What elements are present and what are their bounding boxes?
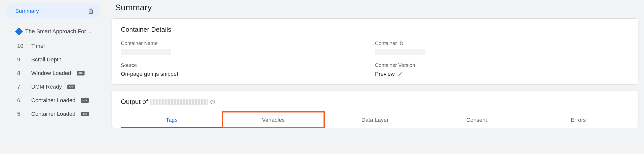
clear-icon[interactable] [88, 8, 94, 14]
event-label: Scroll Depth [31, 56, 62, 63]
container-id-label: Container ID [375, 41, 629, 46]
event-number: 9 [17, 56, 26, 63]
event-row[interactable]: 10Timer [0, 39, 106, 53]
container-details-heading: Container Details [121, 26, 629, 33]
event-row[interactable]: 8Window Loaded</> [0, 66, 106, 80]
output-container-id-redacted [150, 99, 208, 105]
tab-consent[interactable]: Consent [426, 112, 527, 128]
source-value: On-page gtm.js snippet [121, 71, 375, 77]
help-icon[interactable] [210, 99, 216, 105]
event-label: Window Loaded [31, 70, 71, 76]
code-badge-icon: </> [81, 98, 89, 103]
code-badge-icon: </> [81, 112, 89, 116]
pencil-icon[interactable] [398, 71, 403, 76]
summary-nav-label: Summary [15, 8, 39, 14]
svg-point-5 [212, 103, 213, 103]
container-id-field: Container ID [375, 41, 629, 55]
tab-errors[interactable]: Errors [527, 112, 629, 128]
event-label: DOM Ready [31, 84, 62, 90]
event-row[interactable]: 7DOM Ready</> [0, 80, 106, 94]
tab-data-layer[interactable]: Data Layer [324, 112, 426, 128]
source-field: Source On-page gtm.js snippet [121, 62, 375, 77]
event-label: Timer [31, 43, 45, 49]
output-tab-bar: TagsVariablesData LayerConsentErrors [121, 112, 629, 128]
sidebar: Summary The Smart Approach For… 10Timer9… [0, 0, 106, 154]
event-label: Container Loaded [31, 111, 75, 117]
event-label: Container Loaded [31, 97, 75, 104]
output-card: Output of TagsVariablesData LayerConsent… [112, 91, 638, 128]
event-row[interactable]: 9Scroll Depth [0, 53, 106, 66]
code-badge-icon: </> [77, 71, 85, 75]
tab-tags[interactable]: Tags [121, 112, 223, 128]
container-version-field: Container Version Preview [375, 62, 629, 77]
event-list: 10Timer9Scroll Depth8Window Loaded</>7DO… [0, 38, 106, 121]
output-heading: Output of [121, 98, 629, 106]
container-name-label: Container Name [121, 41, 375, 46]
main-content: Summary Container Details Container Name… [106, 0, 644, 154]
container-name-value-redacted [121, 49, 171, 55]
event-number: 7 [17, 84, 26, 90]
event-row[interactable]: 5Container Loaded</> [0, 107, 106, 121]
container-id-value-redacted [375, 49, 425, 55]
event-number: 6 [17, 97, 26, 104]
svg-rect-0 [90, 9, 92, 9]
event-number: 10 [17, 43, 26, 49]
tab-variables[interactable]: Variables [223, 112, 324, 128]
container-version-value: Preview [375, 71, 395, 77]
summary-nav-item[interactable]: Summary [6, 3, 100, 19]
event-number: 5 [17, 111, 26, 117]
output-heading-prefix: Output of [121, 98, 148, 106]
container-name-field: Container Name [121, 41, 375, 55]
container-version-label: Container Version [375, 62, 629, 68]
page-name: The Smart Approach For… [25, 28, 92, 35]
page-diamond-icon [15, 27, 23, 35]
page-group[interactable]: The Smart Approach For… [0, 25, 106, 38]
container-details-card: Container Details Container Name Contain… [112, 18, 638, 85]
code-badge-icon: </> [67, 85, 75, 89]
event-number: 8 [17, 70, 26, 76]
page-title: Summary [112, 3, 638, 12]
caret-down-icon [8, 28, 13, 35]
source-label: Source [121, 62, 375, 68]
event-row[interactable]: 6Container Loaded</> [0, 94, 106, 107]
svg-rect-1 [89, 10, 92, 14]
